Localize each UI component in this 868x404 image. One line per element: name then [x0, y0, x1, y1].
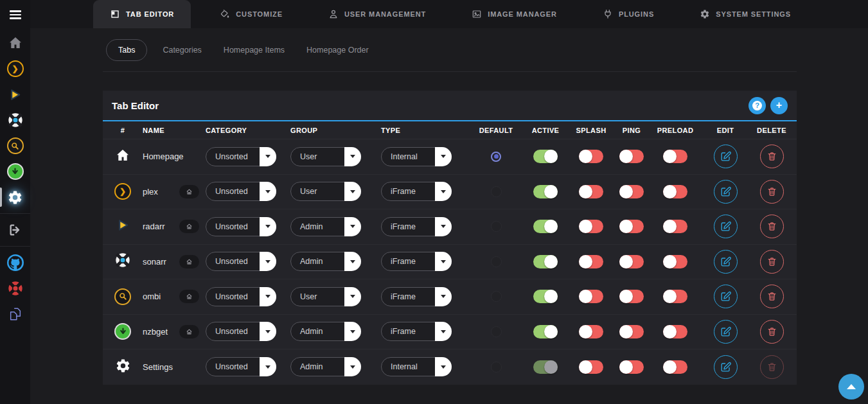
category-select[interactable]: Unsorted — [206, 287, 276, 306]
active-toggle[interactable] — [533, 220, 558, 233]
type-select[interactable]: iFrame — [381, 217, 452, 236]
splash-toggle[interactable] — [579, 185, 603, 198]
preload-toggle[interactable] — [663, 290, 687, 303]
type-select[interactable]: iFrame — [381, 182, 452, 201]
sidebar-item-ombi[interactable] — [0, 133, 30, 159]
category-select[interactable]: Unsorted — [206, 182, 276, 201]
tab-image-manager[interactable]: IMAGE MANAGER — [455, 0, 574, 28]
default-radio[interactable] — [491, 326, 502, 337]
sidebar-item-plex[interactable]: ❯ — [0, 56, 30, 82]
chevron-down-icon — [260, 147, 276, 166]
ping-toggle[interactable] — [619, 255, 644, 268]
sidebar-item-radarr[interactable] — [0, 82, 30, 107]
delete-button[interactable] — [760, 285, 784, 308]
add-tab-button[interactable]: + — [770, 97, 788, 114]
ping-toggle[interactable] — [619, 185, 644, 198]
group-select[interactable]: Admin — [290, 357, 361, 376]
type-select[interactable]: iFrame — [381, 252, 452, 271]
edit-button[interactable] — [714, 215, 738, 238]
help-button[interactable]: ? — [748, 97, 766, 114]
sidebar-item-nzbget[interactable] — [0, 159, 30, 184]
tab-user-management[interactable]: USER MANAGEMENT — [312, 0, 443, 28]
edit-button[interactable] — [714, 180, 738, 204]
delete-button[interactable] — [760, 215, 784, 238]
preload-toggle[interactable] — [663, 185, 687, 198]
category-select[interactable]: Unsorted — [206, 357, 276, 376]
preload-toggle[interactable] — [663, 360, 687, 374]
sidebar-item-settings[interactable] — [0, 184, 30, 210]
table-row: sonarr Unsorted Admin iFrame — [103, 245, 797, 280]
category-select[interactable]: Unsorted — [206, 217, 276, 236]
type-select[interactable]: iFrame — [381, 287, 452, 306]
splash-toggle[interactable] — [579, 325, 603, 338]
splash-toggle[interactable] — [579, 290, 603, 303]
preload-toggle[interactable] — [663, 255, 687, 268]
edit-button[interactable] — [714, 355, 738, 379]
sidebar-item-logout[interactable] — [0, 217, 30, 243]
sidebar-item-home[interactable] — [0, 30, 30, 56]
ping-toggle[interactable] — [619, 290, 644, 303]
tab-plugins[interactable]: PLUGINS — [586, 0, 671, 28]
ping-toggle[interactable] — [619, 360, 644, 374]
active-toggle[interactable] — [533, 150, 558, 163]
tab-tab-editor[interactable]: TAB EDITOR — [93, 0, 191, 28]
scroll-to-top-button[interactable] — [838, 374, 864, 400]
type-select[interactable]: iFrame — [381, 322, 452, 341]
edit-button[interactable] — [714, 250, 738, 274]
preload-toggle[interactable] — [663, 150, 687, 163]
homepage-badge — [179, 290, 199, 303]
default-radio[interactable] — [491, 362, 502, 373]
subtab-homepage-items[interactable]: Homepage Items — [224, 46, 285, 55]
group-select[interactable]: User — [290, 287, 361, 306]
sidebar-item-docs[interactable] — [0, 301, 30, 327]
menu-icon[interactable] — [0, 6, 30, 23]
subtab-categories[interactable]: Categories — [163, 46, 201, 55]
active-toggle[interactable] — [533, 290, 558, 303]
column-header-edit: EDIT — [699, 127, 752, 134]
delete-button[interactable] — [760, 320, 784, 344]
chevron-down-icon — [260, 182, 276, 201]
splash-toggle[interactable] — [579, 150, 603, 163]
edit-button[interactable] — [714, 145, 738, 168]
active-toggle[interactable] — [533, 185, 558, 198]
delete-button[interactable] — [760, 145, 784, 168]
tab-system-settings[interactable]: SYSTEM SETTINGS — [683, 0, 808, 28]
subtab-tabs[interactable]: Tabs — [106, 39, 147, 61]
default-radio[interactable] — [491, 291, 502, 302]
splash-toggle[interactable] — [579, 360, 603, 374]
group-select[interactable]: User — [290, 147, 361, 166]
preload-toggle[interactable] — [663, 220, 687, 233]
subtab-homepage-order[interactable]: Homepage Order — [306, 46, 369, 55]
edit-button[interactable] — [714, 285, 738, 308]
splash-toggle[interactable] — [579, 255, 603, 268]
ping-toggle[interactable] — [619, 325, 644, 338]
edit-button[interactable] — [714, 320, 738, 344]
group-select[interactable]: User — [290, 182, 361, 201]
sidebar-item-sonarr[interactable] — [0, 107, 30, 133]
default-radio[interactable] — [491, 186, 502, 197]
ping-toggle[interactable] — [619, 150, 644, 163]
group-select[interactable]: Admin — [290, 252, 361, 271]
delete-button[interactable] — [760, 180, 784, 204]
active-toggle[interactable] — [533, 255, 558, 268]
tab-name: Homepage — [143, 152, 184, 161]
category-select[interactable]: Unsorted — [206, 322, 276, 341]
tab-customize[interactable]: CUSTOMIZE — [203, 0, 299, 28]
group-select[interactable]: Admin — [290, 217, 361, 236]
default-radio[interactable] — [491, 152, 501, 162]
splash-toggle[interactable] — [579, 220, 603, 233]
group-select[interactable]: Admin — [290, 322, 361, 341]
sidebar-item-support[interactable] — [0, 276, 30, 301]
sidebar-item-github[interactable] — [0, 250, 30, 276]
default-radio[interactable] — [491, 221, 502, 232]
category-select[interactable]: Unsorted — [206, 252, 276, 271]
topbar: TAB EDITOR CUSTOMIZE USER MANAGEMENT IMA… — [30, 0, 868, 28]
default-radio[interactable] — [491, 256, 502, 267]
type-select[interactable]: Internal — [381, 357, 452, 376]
type-select[interactable]: Internal — [381, 147, 452, 166]
preload-toggle[interactable] — [663, 325, 687, 338]
category-select[interactable]: Unsorted — [206, 147, 276, 166]
active-toggle[interactable] — [533, 325, 558, 338]
ping-toggle[interactable] — [619, 220, 644, 233]
delete-button[interactable] — [760, 250, 784, 274]
